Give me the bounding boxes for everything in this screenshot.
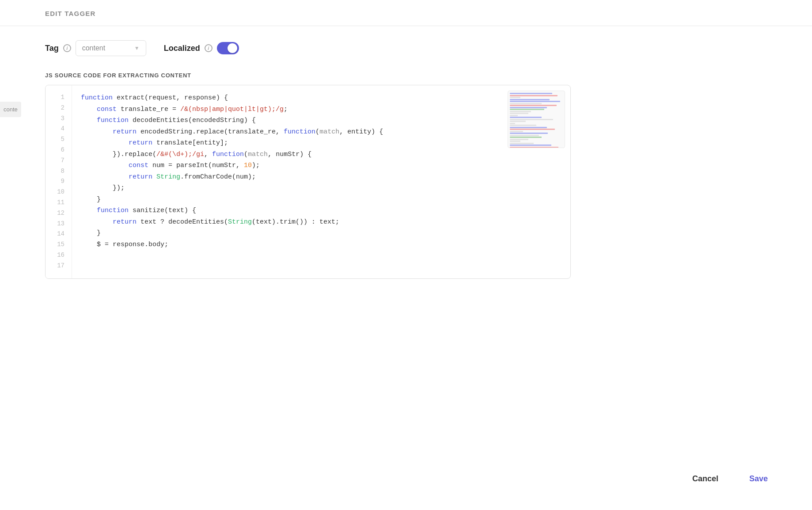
- line-num-5: 5: [46, 134, 72, 145]
- code-line-10: });: [81, 183, 562, 194]
- localized-label: Localized: [164, 44, 200, 53]
- minimap: [508, 91, 565, 148]
- minimap-content: [508, 91, 565, 148]
- code-line-7: }).replace(/&#(\d+);/gi, function(match,…: [81, 149, 562, 160]
- tag-select[interactable]: content ▼: [76, 40, 146, 56]
- code-line-13: function sanitize(text) {: [81, 205, 562, 217]
- line-num-7: 7: [46, 156, 72, 166]
- toggle-knob: [228, 43, 237, 53]
- line-num-16: 16: [46, 250, 72, 261]
- localized-toggle[interactable]: [217, 42, 239, 54]
- code-line-15: }: [81, 228, 562, 239]
- form-row: Tag i content ▼ Localized i: [45, 40, 794, 56]
- code-editor[interactable]: 1 2 3 4 5 6 7 8 9 10 11 12 13 14 15 16 1: [45, 85, 571, 279]
- tag-label: Tag: [45, 44, 59, 53]
- modal-title: EDIT TAGGER: [45, 10, 96, 17]
- save-button[interactable]: Save: [740, 470, 777, 488]
- line-num-1: 1: [46, 92, 72, 103]
- code-line-11: }: [81, 194, 562, 206]
- line-num-6: 6: [46, 145, 72, 156]
- code-section-label: JS SOURCE CODE FOR EXTRACTING CONTENT: [45, 72, 794, 79]
- line-num-12: 12: [46, 208, 72, 219]
- modal-footer: Cancel Save: [683, 470, 777, 488]
- line-num-10: 10: [46, 187, 72, 198]
- modal-header: EDIT TAGGER: [0, 0, 812, 26]
- localized-field: Localized i: [164, 42, 239, 54]
- code-line-17: $ = response.body;: [81, 239, 562, 251]
- chevron-down-icon: ▼: [134, 45, 140, 51]
- side-tab: conte: [0, 102, 21, 117]
- code-line-1: function extract(request, response) {: [81, 92, 562, 104]
- cancel-button[interactable]: Cancel: [683, 470, 727, 488]
- code-lines: function extract(request, response) { co…: [72, 85, 570, 278]
- tag-select-value: content: [82, 44, 132, 52]
- line-num-13: 13: [46, 219, 72, 229]
- code-line-4: function decodeEntities(encodedString) {: [81, 115, 562, 126]
- line-num-4: 4: [46, 124, 72, 134]
- code-line-6: return translate[entity];: [81, 137, 562, 149]
- code-line-8: const num = parseInt(numStr, 10);: [81, 160, 562, 171]
- tag-field: Tag i content ▼: [45, 40, 146, 56]
- modal-overlay: conte EDIT TAGGER Tag i content ▼ Locali…: [0, 0, 812, 510]
- line-num-2: 2: [46, 103, 72, 114]
- localized-info-icon[interactable]: i: [205, 44, 212, 52]
- line-numbers: 1 2 3 4 5 6 7 8 9 10 11 12 13 14 15 16 1: [46, 85, 72, 278]
- modal-body: Tag i content ▼ Localized i JS SOURCE CO…: [0, 26, 812, 293]
- line-num-3: 3: [46, 114, 72, 124]
- tag-info-icon[interactable]: i: [63, 44, 71, 52]
- line-num-11: 11: [46, 198, 72, 208]
- code-line-2: const translate_re = /&(nbsp|amp|quot|lt…: [81, 104, 562, 115]
- line-num-17: 17: [46, 261, 72, 271]
- line-num-14: 14: [46, 229, 72, 240]
- code-line-9: return String.fromCharCode(num);: [81, 171, 562, 183]
- line-num-9: 9: [46, 176, 72, 187]
- line-num-8: 8: [46, 166, 72, 177]
- code-content: 1 2 3 4 5 6 7 8 9 10 11 12 13 14 15 16 1: [46, 85, 570, 278]
- line-num-15: 15: [46, 240, 72, 250]
- code-line-14: return text ? decodeEntities(String(text…: [81, 217, 562, 228]
- code-line-5: return encodedString.replace(translate_r…: [81, 126, 562, 138]
